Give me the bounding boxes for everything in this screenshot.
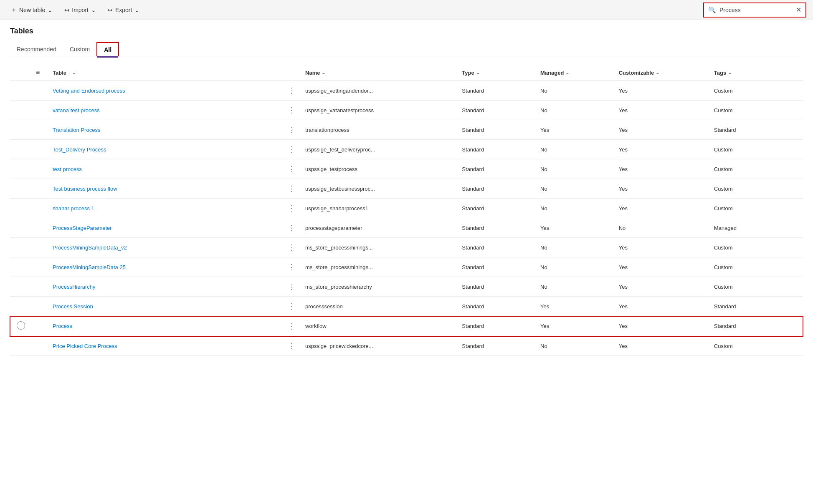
row-table-name[interactable]: Process [48, 316, 283, 336]
table-row[interactable]: Test_Delivery Process⋮uspsslge_test_deli… [10, 140, 803, 159]
table-name-link[interactable]: ProcessHierarchy [53, 284, 96, 290]
row-table-name[interactable]: test process [48, 159, 283, 179]
tab-custom[interactable]: Custom [63, 42, 96, 56]
table-row[interactable]: ProcessMiningSampleData_v2⋮ms_store_proc… [10, 238, 803, 257]
table-name-link[interactable]: Test_Delivery Process [53, 146, 106, 153]
row-context-menu[interactable]: ⋮ [283, 297, 300, 316]
tab-recommended[interactable]: Recommended [10, 42, 63, 56]
row-api-name: uspsslge_vettingandendor... [300, 81, 457, 101]
row-api-name: ms_store_processminings... [300, 238, 457, 257]
row-table-name[interactable]: Vetting and Endorsed process [48, 81, 283, 101]
table-name-link[interactable]: ProcessStageParameter [53, 225, 112, 231]
export-icon: ↦ [108, 7, 113, 13]
row-context-menu[interactable]: ⋮ [283, 101, 300, 120]
row-context-menu[interactable]: ⋮ [283, 238, 300, 257]
row-context-menu[interactable]: ⋮ [283, 257, 300, 277]
row-table-name[interactable]: Process Session [48, 297, 283, 316]
table-row[interactable]: shahar process 1⋮uspsslge_shaharprocess1… [10, 199, 803, 218]
row-context-menu[interactable]: ⋮ [283, 120, 300, 140]
row-table-name[interactable]: Price Picked Core Process [48, 336, 283, 356]
table-row[interactable]: Process Session⋮processsessionStandardYe… [10, 297, 803, 316]
table-row[interactable]: test process⋮uspsslge_testprocessStandar… [10, 159, 803, 179]
row-customizable: Yes [614, 120, 709, 140]
row-tags: Custom [709, 199, 803, 218]
row-type: Standard [457, 257, 535, 277]
row-api-name: translationprocess [300, 120, 457, 140]
row-context-menu[interactable]: ⋮ [283, 277, 300, 297]
table-name-link[interactable]: ProcessMiningSampleData_v2 [53, 244, 127, 251]
chevron-icon-table: ⌄ [72, 70, 76, 76]
row-checkbox-cell [10, 179, 31, 199]
table-name-link[interactable]: Vetting and Endorsed process [53, 88, 125, 94]
row-tags: Custom [709, 140, 803, 159]
table-name-link[interactable]: ProcessMiningSampleData 25 [53, 264, 126, 270]
table-row[interactable]: Process⋮workflowStandardYesYesStandard [10, 316, 803, 336]
row-managed: No [535, 277, 614, 297]
row-tags: Custom [709, 336, 803, 356]
search-clear-button[interactable]: ✕ [796, 7, 801, 13]
row-table-name[interactable]: ProcessMiningSampleData 25 [48, 257, 283, 277]
table-name-link[interactable]: Price Picked Core Process [53, 343, 117, 349]
table-row[interactable]: Test business process flow⋮uspsslge_test… [10, 179, 803, 199]
th-managed[interactable]: Managed ⌄ [535, 65, 614, 81]
row-context-menu[interactable]: ⋮ [283, 159, 300, 179]
export-button[interactable]: ↦ Export ⌄ [104, 4, 144, 16]
row-customizable: No [614, 218, 709, 238]
row-context-menu[interactable]: ⋮ [283, 179, 300, 199]
row-table-name[interactable]: ProcessStageParameter [48, 218, 283, 238]
th-table[interactable]: Table ↓ ⌄ [48, 65, 283, 81]
row-table-name[interactable]: shahar process 1 [48, 199, 283, 218]
new-table-button[interactable]: ＋ New table ⌄ [7, 4, 57, 16]
table-name-link[interactable]: test process [53, 166, 82, 172]
row-api-name: uspsslge_test_deliveryproc... [300, 140, 457, 159]
table-name-link[interactable]: shahar process 1 [53, 205, 94, 212]
row-icon-cell [31, 179, 48, 199]
row-table-name[interactable]: ProcessMiningSampleData_v2 [48, 238, 283, 257]
table-name-link[interactable]: Process Session [53, 303, 93, 310]
th-type[interactable]: Type ⌄ [457, 65, 535, 81]
row-context-menu[interactable]: ⋮ [283, 218, 300, 238]
row-context-menu[interactable]: ⋮ [283, 336, 300, 356]
row-tags: Custom [709, 277, 803, 297]
search-input[interactable] [719, 7, 793, 13]
list-view-icon[interactable]: ≡ [36, 69, 40, 76]
row-checkbox-cell [10, 336, 31, 356]
table-name-link[interactable]: Test business process flow [53, 186, 117, 192]
row-context-menu[interactable]: ⋮ [283, 316, 300, 336]
chevron-icon-managed: ⌄ [565, 70, 569, 76]
th-tags[interactable]: Tags ⌄ [709, 65, 803, 81]
row-tags: Standard [709, 297, 803, 316]
row-managed: No [535, 257, 614, 277]
table-name-link[interactable]: Translation Process [53, 127, 100, 133]
table-name-link[interactable]: vatana test process [53, 107, 100, 113]
row-context-menu[interactable]: ⋮ [283, 140, 300, 159]
table-row[interactable]: ProcessHierarchy⋮ms_store_processhierarc… [10, 277, 803, 297]
tab-all[interactable]: All [96, 42, 119, 56]
row-icon-cell [31, 81, 48, 101]
table-row[interactable]: ProcessStageParameter⋮processstageparame… [10, 218, 803, 238]
th-customizable[interactable]: Customizable ⌄ [614, 65, 709, 81]
row-table-name[interactable]: vatana test process [48, 101, 283, 120]
table-row[interactable]: vatana test process⋮uspsslge_vatanatestp… [10, 101, 803, 120]
row-context-menu[interactable]: ⋮ [283, 81, 300, 101]
row-table-name[interactable]: Test_Delivery Process [48, 140, 283, 159]
row-radio[interactable] [17, 321, 25, 330]
row-api-name: processsession [300, 297, 457, 316]
row-type: Standard [457, 218, 535, 238]
row-customizable: Yes [614, 316, 709, 336]
row-icon-cell [31, 336, 48, 356]
th-name[interactable]: Name ⌄ [300, 65, 457, 81]
import-button[interactable]: ↤ Import ⌄ [60, 4, 100, 16]
table-row[interactable]: ProcessMiningSampleData 25⋮ms_store_proc… [10, 257, 803, 277]
row-type: Standard [457, 120, 535, 140]
table-row[interactable]: Translation Process⋮translationprocessSt… [10, 120, 803, 140]
th-checkbox [10, 65, 31, 81]
row-context-menu[interactable]: ⋮ [283, 199, 300, 218]
row-icon-cell [31, 159, 48, 179]
row-table-name[interactable]: Translation Process [48, 120, 283, 140]
table-name-link[interactable]: Process [53, 323, 72, 329]
table-row[interactable]: Price Picked Core Process⋮uspsslge_price… [10, 336, 803, 356]
row-table-name[interactable]: Test business process flow [48, 179, 283, 199]
row-table-name[interactable]: ProcessHierarchy [48, 277, 283, 297]
table-row[interactable]: Vetting and Endorsed process⋮uspsslge_ve… [10, 81, 803, 101]
